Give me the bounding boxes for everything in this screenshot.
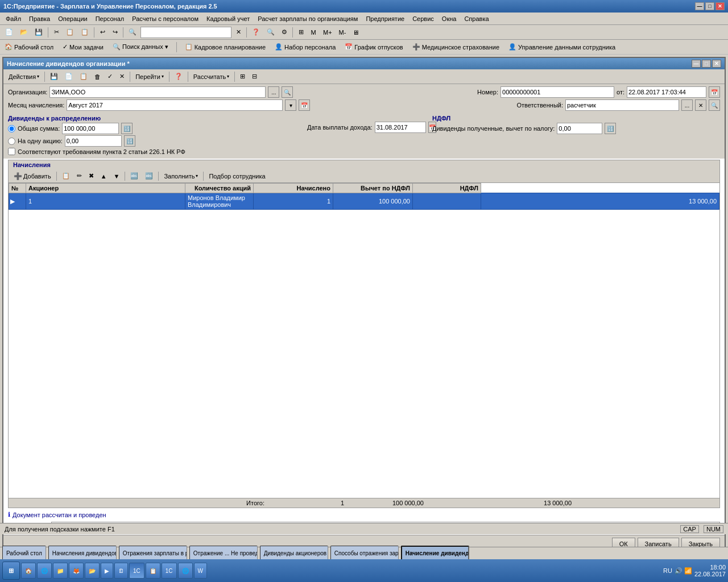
desktop-shortcut[interactable]: 🏠 Рабочий стол	[2, 42, 56, 52]
total-input[interactable]	[62, 123, 119, 134]
taskbar-app-2[interactable]: 🌐	[37, 563, 52, 579]
taskbar-app-5[interactable]: 📂	[85, 563, 100, 579]
menu-windows[interactable]: Окна	[439, 14, 460, 23]
select-employee-button[interactable]: Подбор сотрудника	[206, 171, 268, 182]
taskbar-app-4[interactable]: 🦊	[69, 563, 84, 579]
ndfl-received-calc[interactable]: 🔢	[605, 123, 616, 134]
vacation-shortcut[interactable]: 📅 График отпусков	[342, 42, 405, 52]
number-input[interactable]	[500, 86, 614, 98]
close-button[interactable]: ✕	[715, 2, 725, 10]
calc-button[interactable]: Рассчитать ▾	[191, 70, 232, 83]
row-deduction[interactable]	[413, 193, 481, 210]
doc-maximize-button[interactable]: □	[702, 60, 711, 68]
settings-button[interactable]: ⚙	[279, 26, 290, 39]
month-input[interactable]	[67, 99, 283, 111]
save-button[interactable]: 💾	[32, 26, 46, 39]
row-accrued[interactable]: 100 000,00	[333, 193, 413, 210]
date-picker-button[interactable]: 📅	[709, 86, 720, 98]
unpost-button[interactable]: ✕	[117, 70, 127, 83]
row-shareholder[interactable]: Миронов Владимир Владимирович	[185, 193, 254, 210]
add-row-button[interactable]: ➕ Добавить	[11, 171, 54, 182]
table-view-button[interactable]: ⊞	[237, 70, 248, 83]
doc-close-button[interactable]: ✕	[712, 60, 721, 68]
copy-button[interactable]: 📋	[63, 26, 77, 39]
copy-row-button[interactable]: 📋	[59, 171, 73, 182]
zoom-button[interactable]: 🔍	[264, 26, 278, 39]
menu-payroll[interactable]: Расчеты с персоналом	[129, 14, 202, 23]
per-share-radio[interactable]	[8, 138, 15, 145]
menu-service[interactable]: Сервис	[409, 14, 437, 23]
copy-doc-button[interactable]: 📋	[77, 70, 90, 83]
responsible-input[interactable]	[565, 99, 679, 111]
responsible-select-button[interactable]: ...	[681, 99, 693, 111]
sort-az-button[interactable]: 🔤	[127, 171, 141, 182]
menu-personnel[interactable]: Персонал	[92, 14, 128, 23]
taskbar-app-10[interactable]: 1C	[162, 563, 177, 579]
taskbar-app-7[interactable]: 🗓	[114, 563, 128, 579]
mplus-button[interactable]: M+	[320, 26, 335, 39]
menu-edit[interactable]: Правка	[26, 14, 53, 23]
undo-button[interactable]: ↩	[97, 26, 108, 39]
sort-za-button[interactable]: 🔤	[142, 171, 156, 182]
start-button[interactable]: ⊞	[2, 562, 20, 580]
navigate-button[interactable]: Перейти ▾	[133, 70, 167, 83]
taskbar-app-6[interactable]: ▶	[101, 563, 113, 579]
cut-button[interactable]: ✂	[51, 26, 62, 39]
doc-controls[interactable]: — □ ✕	[692, 60, 721, 68]
row-down-button[interactable]: ▼	[111, 171, 123, 182]
row-up-button[interactable]: ▲	[98, 171, 110, 182]
delete-row-button[interactable]: ✖	[86, 171, 97, 182]
fill-button[interactable]: Заполнить ▾	[161, 171, 201, 182]
total-calc-button[interactable]: 🔢	[121, 123, 133, 134]
window-controls[interactable]: — □ ✕	[695, 2, 725, 10]
menu-file[interactable]: Файл	[2, 14, 24, 23]
table-row[interactable]: ▶ 1 Миронов Владимир Владимирович 1	[9, 193, 719, 210]
doc-minimize-button[interactable]: —	[692, 60, 701, 68]
month-cal-button[interactable]: 📅	[299, 99, 310, 111]
save-doc-button[interactable]: 💾	[47, 70, 61, 83]
grid-button[interactable]: ⊞	[295, 26, 307, 39]
maximize-button[interactable]: □	[705, 2, 714, 10]
date-input[interactable]	[627, 86, 706, 98]
row-shares[interactable]: 1	[254, 193, 333, 210]
monitor-button[interactable]: 🖥	[350, 26, 362, 39]
medical-shortcut[interactable]: ➕ Медицинское страхование	[410, 42, 502, 52]
edit-row-button[interactable]: ✏	[74, 171, 85, 182]
total-radio[interactable]	[8, 125, 15, 132]
mark-delete-button[interactable]: 🗑	[92, 70, 104, 83]
search-shortcut[interactable]: 🔍 Поиск данных ▾	[110, 42, 171, 52]
row-ndfl[interactable]: 13 000,00	[481, 193, 719, 210]
requirements-checkbox[interactable]	[8, 148, 15, 155]
search-go-button[interactable]: ✕	[233, 26, 244, 39]
ndfl-received-input[interactable]	[557, 123, 602, 134]
tree-view-button[interactable]: ⊟	[249, 70, 260, 83]
taskbar-app-11[interactable]: 🌐	[178, 563, 193, 579]
new-button[interactable]: 📄	[2, 26, 16, 39]
taskbar-app-3[interactable]: 📁	[53, 563, 68, 579]
org-search-button[interactable]: 🔍	[282, 86, 293, 98]
menu-enterprise[interactable]: Предприятие	[362, 14, 408, 23]
search-input[interactable]	[140, 27, 231, 38]
minimize-button[interactable]: —	[695, 2, 704, 10]
per-share-calc-button[interactable]: 🔢	[124, 135, 135, 147]
per-share-input[interactable]	[65, 135, 122, 147]
post-button[interactable]: ✓	[105, 70, 115, 83]
planning-shortcut[interactable]: 📋 Кадровое планирование	[183, 42, 268, 52]
responsible-clear-button[interactable]: ✕	[695, 99, 706, 111]
org-input[interactable]	[49, 86, 266, 98]
paste-button[interactable]: 📋	[78, 26, 92, 39]
new-doc-button[interactable]: 📄	[62, 70, 76, 83]
help-doc-button[interactable]: ❓	[172, 70, 185, 83]
find-button[interactable]: 🔍	[126, 26, 139, 39]
menu-help[interactable]: Справка	[461, 14, 492, 23]
recruitment-shortcut[interactable]: 👤 Набор персонала	[272, 42, 338, 52]
mminus-button[interactable]: M-	[336, 26, 349, 39]
menu-hr[interactable]: Кадровый учет	[203, 14, 253, 23]
taskbar-app-12[interactable]: W	[194, 563, 207, 579]
tasks-shortcut[interactable]: ✓ Мои задачи	[60, 42, 106, 52]
help-button[interactable]: ❓	[249, 26, 263, 39]
taskbar-app-9[interactable]: 📋	[146, 563, 160, 579]
responsible-search-button[interactable]: 🔍	[709, 99, 720, 111]
employee-data-shortcut[interactable]: 👤 Управление данными сотрудника	[506, 42, 618, 52]
taskbar-app-8[interactable]: 1C	[129, 563, 144, 579]
